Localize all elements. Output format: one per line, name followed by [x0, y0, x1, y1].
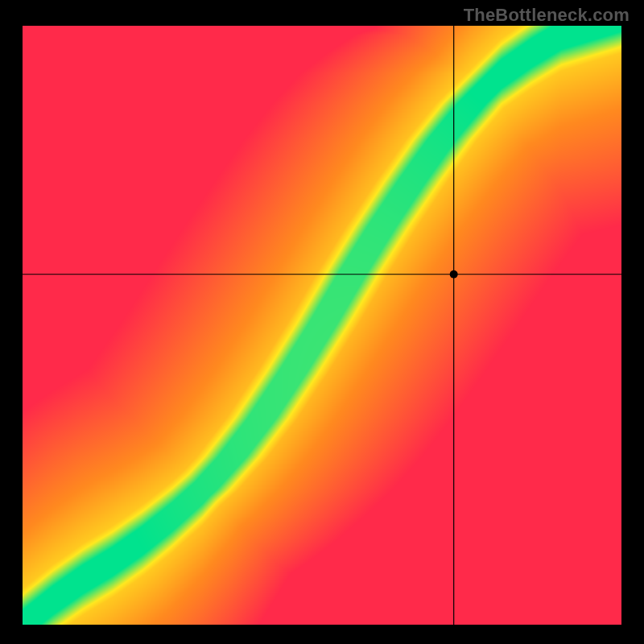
heatmap-canvas	[23, 26, 621, 625]
watermark-text: TheBottleneck.com	[464, 5, 630, 26]
plot-area	[23, 26, 621, 625]
chart-frame: TheBottleneck.com	[0, 0, 644, 644]
